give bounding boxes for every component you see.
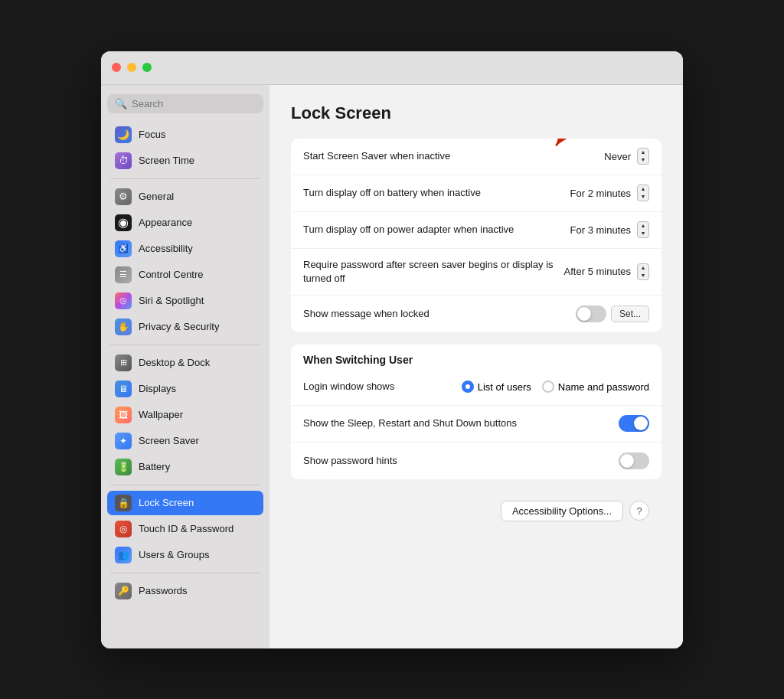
sleep-restart-control <box>619 415 649 432</box>
sidebar-item-appearance[interactable]: ◉ Appearance <box>107 211 263 235</box>
sidebar-item-label: Battery <box>139 461 170 472</box>
sidebar-item-touch-id[interactable]: ◎ Touch ID & Password <box>107 517 263 541</box>
radio-list-of-users[interactable]: List of users <box>462 381 531 393</box>
display-battery-row: Turn display off on battery when inactiv… <box>291 175 662 212</box>
sidebar-item-accessibility[interactable]: ♿ Accessibility <box>107 237 263 261</box>
password-hints-row: Show password hints <box>291 443 662 479</box>
screen-saver-value: Never <box>604 151 631 162</box>
main-content: Lock Screen Start Screen Saver when inac… <box>270 85 683 648</box>
password-hints-label: Show password hints <box>303 454 619 468</box>
require-password-row: Require password after screen saver begi… <box>291 249 662 296</box>
siri-icon: ◎ <box>115 292 132 309</box>
require-password-value: After 5 minutes <box>564 266 631 277</box>
screen-time-icon: ⏱ <box>115 152 132 169</box>
sidebar-item-label: Appearance <box>139 217 192 228</box>
sidebar-item-screen-saver[interactable]: ✦ Screen Saver <box>107 429 263 453</box>
login-window-row: Login window shows List of users Name an… <box>291 369 662 406</box>
require-password-stepper[interactable]: ▲ ▼ <box>637 263 649 280</box>
bottom-bar: Accessibility Options... ? <box>291 492 662 524</box>
display-adapter-control[interactable]: For 3 minutes ▲ ▼ <box>570 221 649 238</box>
display-adapter-row: Turn display off on power adapter when i… <box>291 212 662 249</box>
sidebar-item-passwords[interactable]: 🔑 Passwords <box>107 579 263 603</box>
sidebar-item-label: Touch ID & Password <box>139 523 234 534</box>
show-message-control: Set... <box>576 305 649 322</box>
sidebar-item-label: Users & Groups <box>139 549 209 560</box>
radio-name-password[interactable]: Name and password <box>542 381 649 393</box>
show-message-label: Show message when locked <box>303 307 576 321</box>
display-adapter-value: For 3 minutes <box>570 224 631 236</box>
sidebar-item-label: Privacy & Security <box>139 321 219 332</box>
sleep-restart-toggle[interactable] <box>619 415 649 432</box>
settings-section-top: Start Screen Saver when inactive Never ▲… <box>291 139 662 332</box>
show-message-toggle[interactable] <box>576 305 606 322</box>
radio-name-password-circle[interactable] <box>542 381 554 393</box>
display-adapter-stepper[interactable]: ▲ ▼ <box>637 221 649 238</box>
close-button[interactable] <box>112 63 121 72</box>
sidebar-item-siri-spotlight[interactable]: ◎ Siri & Spotlight <box>107 289 263 313</box>
touch-id-icon: ◎ <box>115 521 132 537</box>
display-battery-control[interactable]: For 2 minutes ▲ ▼ <box>570 185 649 201</box>
sidebar-divider-2 <box>110 345 260 345</box>
sidebar-item-label: Siri & Spotlight <box>139 295 204 306</box>
sidebar-item-label: Control Centre <box>139 269 204 280</box>
help-button[interactable]: ? <box>629 501 649 521</box>
display-adapter-label: Turn display off on power adapter when i… <box>303 223 570 237</box>
screen-saver-control[interactable]: Never ▲ ▼ <box>604 148 649 165</box>
accessibility-options-button[interactable]: Accessibility Options... <box>501 501 623 521</box>
password-hints-toggle[interactable] <box>619 452 649 469</box>
sidebar-item-privacy-security[interactable]: ✋ Privacy & Security <box>107 315 263 339</box>
sidebar-item-control-centre[interactable]: ☰ Control Centre <box>107 263 263 287</box>
general-icon: ⚙ <box>115 188 132 205</box>
sidebar-item-wallpaper[interactable]: 🖼 Wallpaper <box>107 403 263 427</box>
passwords-icon: 🔑 <box>115 583 132 599</box>
sidebar-item-displays[interactable]: 🖥 Displays <box>107 377 263 401</box>
sidebar-item-general[interactable]: ⚙ General <box>107 185 263 209</box>
sidebar-divider-1 <box>110 178 260 179</box>
radio-name-password-label: Name and password <box>558 381 649 393</box>
display-battery-label: Turn display off on battery when inactiv… <box>303 186 570 200</box>
appearance-icon: ◉ <box>115 214 132 231</box>
sidebar-item-battery[interactable]: 🔋 Battery <box>107 455 263 479</box>
page-title: Lock Screen <box>291 103 662 123</box>
require-password-control[interactable]: After 5 minutes ▲ ▼ <box>564 263 649 280</box>
password-hints-control <box>619 452 649 469</box>
sidebar-item-label: Lock Screen <box>139 497 194 508</box>
sidebar-item-label: Displays <box>139 383 176 394</box>
sleep-restart-row: Show the Sleep, Restart and Shut Down bu… <box>291 406 662 443</box>
sidebar-item-focus[interactable]: 🌙 Focus <box>107 122 263 147</box>
search-bar[interactable]: 🔍 <box>107 94 263 113</box>
sidebar: 🔍 🌙 Focus ⏱ Screen Time ⚙ General ◉ Appe… <box>101 85 270 648</box>
radio-list-of-users-circle[interactable] <box>462 381 474 393</box>
maximize-button[interactable] <box>142 63 152 72</box>
display-battery-stepper[interactable]: ▲ ▼ <box>637 185 649 201</box>
set-message-button[interactable]: Set... <box>611 305 649 322</box>
displays-icon: 🖥 <box>115 381 132 397</box>
main-window: 🔍 🌙 Focus ⏱ Screen Time ⚙ General ◉ Appe… <box>101 51 683 648</box>
privacy-icon: ✋ <box>115 318 132 335</box>
screen-saver-stepper[interactable]: ▲ ▼ <box>637 148 649 165</box>
sidebar-item-users-groups[interactable]: 👥 Users & Groups <box>107 543 263 567</box>
search-input[interactable] <box>132 98 256 109</box>
screen-saver-icon: ✦ <box>115 433 132 449</box>
sidebar-item-label: General <box>139 191 174 202</box>
sidebar-item-lock-screen[interactable]: 🔒 Lock Screen <box>107 491 263 515</box>
sidebar-item-desktop-dock[interactable]: ⊞ Desktop & Dock <box>107 351 263 375</box>
login-window-label: Login window shows <box>303 380 462 394</box>
switching-user-section: When Switching User Login window shows L… <box>291 345 662 479</box>
switching-user-title: When Switching User <box>291 348 662 369</box>
accessibility-icon: ♿ <box>115 240 132 257</box>
sidebar-item-label: Desktop & Dock <box>139 357 210 368</box>
show-message-row: Show message when locked Set... <box>291 296 662 332</box>
wallpaper-icon: 🖼 <box>115 407 132 423</box>
sidebar-item-label: Screen Time <box>139 155 194 166</box>
radio-list-of-users-label: List of users <box>478 381 531 393</box>
sidebar-item-screen-time[interactable]: ⏱ Screen Time <box>107 149 263 173</box>
sidebar-item-label: Wallpaper <box>139 409 183 420</box>
battery-icon: 🔋 <box>115 459 132 475</box>
content-area: 🔍 🌙 Focus ⏱ Screen Time ⚙ General ◉ Appe… <box>101 85 683 648</box>
minimize-button[interactable] <box>127 63 136 72</box>
sleep-restart-label: Show the Sleep, Restart and Shut Down bu… <box>303 416 619 430</box>
sidebar-item-label: Screen Saver <box>139 435 199 446</box>
screen-saver-label: Start Screen Saver when inactive <box>303 149 604 163</box>
traffic-lights <box>112 63 152 72</box>
